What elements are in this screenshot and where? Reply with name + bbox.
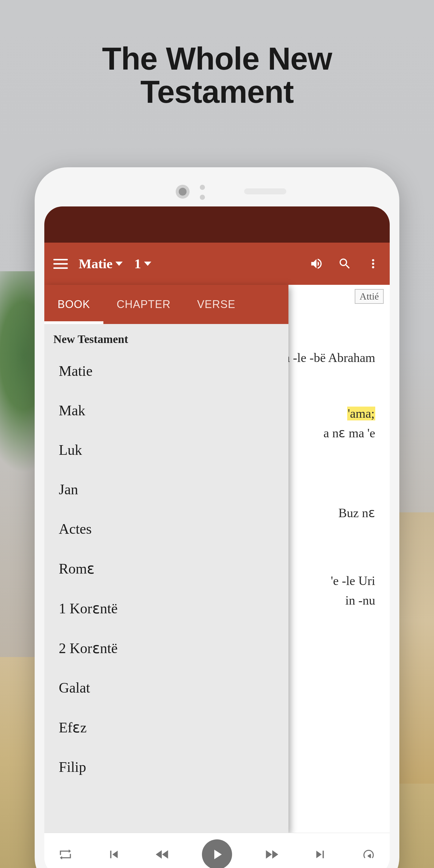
book-item[interactable]: Mak [44,391,288,430]
book-item[interactable]: Jan [44,470,288,509]
chevron-down-icon[interactable] [144,261,151,266]
book-item[interactable]: Luk [44,430,288,470]
marketing-title: The Whole New Testament [0,42,434,109]
book-item[interactable]: Efɛz [44,707,288,747]
skip-next-icon[interactable] [311,845,329,864]
audio-icon[interactable] [309,256,324,271]
more-icon[interactable] [366,256,381,271]
search-icon[interactable] [337,256,352,271]
book-item[interactable]: Romɛ [44,549,288,588]
app-toolbar: Matie 1 [44,243,390,285]
book-item[interactable]: Filip [44,747,288,786]
skip-prev-icon[interactable] [105,845,123,864]
rewind-icon[interactable] [153,845,172,864]
audio-player [44,833,390,868]
book-item[interactable]: 2 Korɛntë [44,628,288,668]
repeat-icon[interactable] [56,845,74,864]
phone-speaker [244,188,286,194]
forward-icon[interactable] [262,845,281,864]
book-item[interactable]: Actes [44,509,288,549]
book-item[interactable]: Matie [44,351,288,391]
book-item[interactable]: Galat [44,668,288,707]
chevron-down-icon[interactable] [116,261,123,266]
dropdown-tabs: BOOK CHAPTER VERSE [44,285,288,324]
book-dropdown: BOOK CHAPTER VERSE New Testament Matie M… [44,285,288,833]
content-area: Attié a -le -bë Abraham 'ama; a nɛ ma 'e… [44,285,390,868]
tab-book[interactable]: BOOK [44,285,103,324]
tab-chapter[interactable]: CHAPTER [103,285,184,324]
book-item[interactable]: 1 Korɛntë [44,588,288,628]
app-screen: Matie 1 Attié a -le -bë Abraham [44,207,390,868]
play-button[interactable] [202,839,232,868]
tab-verse[interactable]: VERSE [184,285,249,324]
phone-camera [176,185,190,198]
phone-frame: Matie 1 Attié a -le -bë Abraham [35,167,399,868]
chapter-selector[interactable]: 1 [134,256,141,272]
phone-sensor-dots [200,185,205,200]
book-selector[interactable]: Matie [79,256,113,272]
section-header: New Testament [44,324,288,351]
speed-icon[interactable] [360,845,378,864]
status-bar [44,207,390,243]
menu-icon[interactable] [53,256,68,271]
